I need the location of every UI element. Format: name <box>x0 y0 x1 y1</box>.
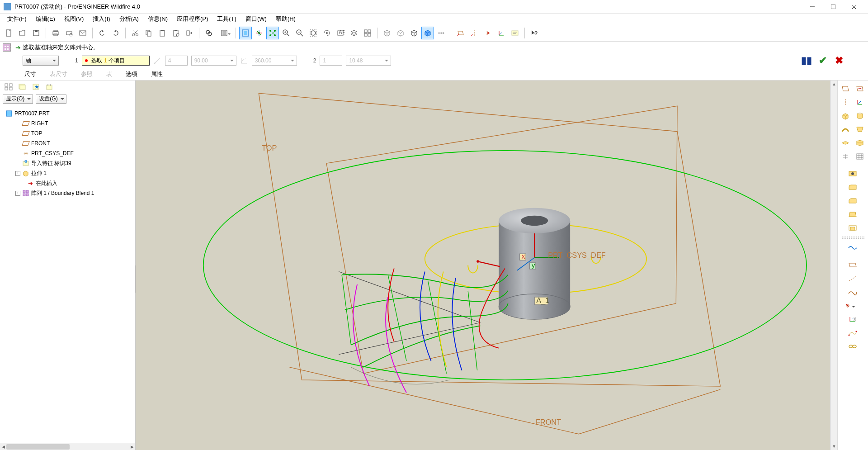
tree-item[interactable]: TOP <box>0 128 135 138</box>
style-icon[interactable] <box>839 150 852 163</box>
tree-settings-icon[interactable] <box>43 82 55 92</box>
csys-tool-icon[interactable]: x <box>839 313 867 326</box>
close-button[interactable] <box>844 0 864 14</box>
scroll-up-icon[interactable]: ▲ <box>830 81 837 88</box>
tree-hscrollbar[interactable]: ◀ ▶ <box>0 443 135 450</box>
hole-icon[interactable] <box>839 167 867 180</box>
members-input-2[interactable] <box>320 56 342 66</box>
tree-item[interactable]: FRONT <box>0 138 135 148</box>
no-hidden-icon[interactable] <box>408 27 420 39</box>
subtab-尺寸[interactable]: 尺寸 <box>23 69 38 79</box>
datum-point-display-icon[interactable] <box>481 27 494 39</box>
axis-collector[interactable]: 选取 1 个项目 <box>82 56 150 66</box>
menu-帮助[interactable]: 帮助(H) <box>271 14 300 24</box>
zoom-out-icon[interactable] <box>293 27 306 39</box>
cancel-button[interactable]: ✖ <box>833 54 845 67</box>
menu-工具[interactable]: 工具(T) <box>212 14 241 24</box>
datum-csys-icon[interactable] <box>853 96 867 109</box>
pattern-type-dropdown[interactable]: 轴 <box>23 56 59 66</box>
open-file-icon[interactable] <box>16 27 29 39</box>
menu-视图[interactable]: 视图(V) <box>60 14 88 24</box>
spreadsheet-icon[interactable] <box>853 150 867 163</box>
curve-spline-icon[interactable] <box>839 286 867 298</box>
tree-item[interactable]: ✳PRT_CSYS_DEF <box>0 148 135 158</box>
menu-分析[interactable]: 分析(A) <box>115 14 143 24</box>
saved-view-icon[interactable]: AB <box>334 27 347 39</box>
repaint-icon[interactable] <box>239 27 252 39</box>
expander-icon[interactable]: + <box>15 171 20 176</box>
tree-layers-icon[interactable] <box>16 82 28 92</box>
datum-plane-icon[interactable] <box>839 82 852 95</box>
menu-插入[interactable]: 插入(I) <box>88 14 114 24</box>
subtab-属性[interactable]: 属性 <box>149 69 165 79</box>
zoom-in-icon[interactable] <box>280 27 292 39</box>
help-pointer-icon[interactable]: ? <box>528 27 541 39</box>
menu-文件[interactable]: 文件(F) <box>3 14 31 24</box>
tree-item[interactable]: +阵列 1 / Boundary Blend 1 <box>0 188 135 198</box>
enhanced-realism-icon[interactable] <box>435 27 448 39</box>
find-icon[interactable] <box>203 27 215 39</box>
datum-axis-display-icon[interactable] <box>468 27 481 39</box>
plane-tool-icon[interactable] <box>839 259 867 271</box>
tree-item[interactable]: ➔在此插入 <box>0 178 135 188</box>
tree-item[interactable]: 导入特征 标识39 <box>0 158 135 168</box>
scroll-thumb[interactable] <box>6 444 70 450</box>
boundary-blend-icon[interactable] <box>853 137 867 149</box>
select-filter-dropdown[interactable] <box>216 27 232 39</box>
tree-root[interactable]: PRT0007.PRT <box>0 109 135 118</box>
draft-icon[interactable] <box>839 208 867 221</box>
view-manager-icon[interactable] <box>361 27 374 39</box>
copy-icon[interactable] <box>142 27 155 39</box>
tree-favorites-icon[interactable]: ★ <box>30 82 42 92</box>
shell-icon[interactable] <box>839 222 867 234</box>
sketch-icon[interactable] <box>853 82 867 95</box>
round-icon[interactable] <box>839 181 867 194</box>
email-icon[interactable] <box>76 27 89 39</box>
settings-dropdown[interactable]: 设置(G) <box>36 95 66 104</box>
curve-tool-icon[interactable] <box>839 242 867 254</box>
accept-button[interactable]: ✔ <box>816 54 829 67</box>
blend-icon[interactable] <box>853 123 867 136</box>
viewport-vscrollbar[interactable]: ▲ ▼ <box>830 81 837 450</box>
var-sweep-icon[interactable] <box>839 137 852 149</box>
sketch-tool-icon[interactable] <box>839 327 867 339</box>
axis-tool-icon[interactable] <box>839 272 867 285</box>
cut-icon[interactable] <box>129 27 142 39</box>
orient-mode-icon[interactable] <box>266 27 279 39</box>
tree-item[interactable]: RIGHT <box>0 118 135 128</box>
menu-窗口[interactable]: 窗口(W) <box>241 14 271 24</box>
redo-icon[interactable] <box>109 27 122 39</box>
scroll-down-icon[interactable]: ▼ <box>830 443 837 450</box>
chain-icon[interactable] <box>839 340 867 353</box>
shaded-icon[interactable] <box>421 27 434 39</box>
members-input-1[interactable] <box>165 56 188 66</box>
minimize-button[interactable] <box>802 0 823 14</box>
spin-center-icon[interactable] <box>253 27 265 39</box>
wireframe-icon[interactable] <box>381 27 393 39</box>
reorient-icon[interactable] <box>321 27 333 39</box>
annotation-display-icon[interactable] <box>509 27 521 39</box>
paste-special-icon[interactable] <box>170 27 182 39</box>
display-dropdown[interactable]: 显示(O) <box>3 95 33 104</box>
datum-csys-display-icon[interactable] <box>495 27 508 39</box>
datum-axis-icon[interactable] <box>839 96 852 109</box>
menu-应用程序[interactable]: 应用程序(P) <box>172 14 212 24</box>
maximize-button[interactable] <box>823 0 844 14</box>
revolve-icon[interactable] <box>853 109 867 122</box>
point-tool-dropdown[interactable] <box>839 299 857 312</box>
spacing-input-2[interactable]: 10.48 <box>346 56 391 66</box>
scroll-left-icon[interactable]: ◀ <box>0 443 6 450</box>
tree-mode-icon[interactable] <box>3 82 14 92</box>
refit-icon[interactable] <box>307 27 320 39</box>
extrude-icon[interactable] <box>839 109 852 122</box>
subtab-选项[interactable]: 选项 <box>124 69 139 79</box>
scroll-right-icon[interactable]: ▶ <box>129 443 135 450</box>
model-tree[interactable]: PRT0007.PRT RIGHTTOPFRONT✳PRT_CSYS_DEF导入… <box>0 105 135 443</box>
3d-viewport[interactable]: TOP FRONT <box>136 81 837 450</box>
tree-item[interactable]: +拉伸 1 <box>0 168 135 178</box>
print-icon[interactable] <box>49 27 62 39</box>
new-file-icon[interactable] <box>3 27 15 39</box>
paste-icon[interactable] <box>156 27 169 39</box>
extent-angle-input[interactable]: 360.00 <box>252 56 297 66</box>
copy-properties-icon[interactable] <box>183 27 196 39</box>
